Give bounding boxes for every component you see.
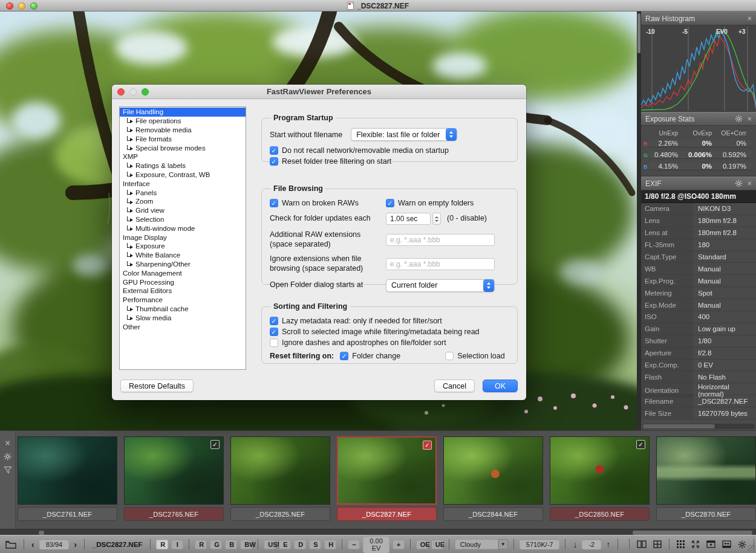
tree-item-panels[interactable]: Panels [120, 188, 246, 197]
wb-preset-select[interactable]: Cloudy▼ [455, 539, 508, 549]
two-panel-layout-button[interactable] [635, 540, 648, 548]
usm-button[interactable]: USM [264, 540, 276, 549]
thumbnail-dsc2827-nef[interactable]: ✓_DSC2827.NEF [337, 436, 437, 521]
tree-item-xmp[interactable]: XMP [120, 152, 246, 161]
checkbox-ignore-dashes[interactable]: Ignore dashes and apostrophes on file/fo… [270, 338, 509, 347]
scrollbar-thumb[interactable] [637, 13, 640, 53]
dialog-zoom-button[interactable] [142, 88, 149, 95]
dialog-titlebar[interactable]: FastRawViewer Preferences [112, 85, 526, 99]
exposure-button[interactable]: E [279, 540, 291, 549]
scrollbar-thumb[interactable] [633, 531, 752, 535]
green-channel-button[interactable]: G [210, 540, 222, 549]
settings-button[interactable] [736, 540, 748, 549]
checkbox-folder-change[interactable]: ✓ Folder change [340, 352, 400, 360]
checkbox-no-recall-media[interactable]: ✓ Do not recall network/removable media … [270, 146, 509, 155]
info-toggle-button[interactable]: I [171, 540, 183, 549]
checkbox-lazy-metadata[interactable]: ✓ Lazy metadata read: only if needed for… [270, 317, 509, 325]
tree-item-thumbnail-cache[interactable]: Thumbnail cache [120, 305, 246, 314]
ignore-extensions-input[interactable] [386, 258, 495, 270]
filmstrip-close-icon[interactable] [5, 439, 10, 447]
ok-button[interactable]: OK [483, 380, 518, 392]
tree-item-file-handling[interactable]: File Handling [120, 108, 246, 117]
four-panel-layout-button[interactable] [651, 540, 663, 548]
filmstrip-horizontal-scrollbar[interactable] [0, 529, 756, 535]
checkbox-scroll-to-selected[interactable]: ✓ Scroll to selected image while filteri… [270, 328, 509, 336]
highlights-button[interactable]: H [324, 540, 336, 549]
thumbnail-dsc2765-nef[interactable]: ✓_DSC2765.NEF [124, 436, 224, 521]
close-histogram-icon[interactable] [747, 15, 752, 22]
exif-header[interactable]: EXIF [641, 176, 756, 190]
tree-item-sharpening-other[interactable]: Sharpening/Other [120, 260, 246, 269]
ev-decrease-button[interactable]: − [348, 540, 360, 549]
tree-item-multi-window-mode[interactable]: Multi-window mode [120, 224, 246, 233]
tree-item-other[interactable]: Other [120, 322, 246, 331]
tree-item-performance[interactable]: Performance [120, 296, 246, 305]
tree-item-color-management[interactable]: Color Management [120, 268, 246, 277]
checkbox-reset-folder-tree[interactable]: ✓ Reset folder tree filtering on start [270, 157, 509, 166]
tree-item-exposure-contrast-wb[interactable]: Exposure, Contrast, WB [120, 170, 246, 179]
details-button[interactable]: D [294, 540, 306, 549]
exposure-stats-gear-icon[interactable] [735, 115, 743, 123]
close-exif-icon[interactable] [747, 179, 752, 187]
thumbnail-dsc2870-nef[interactable]: _DSC2870.NEF [656, 436, 756, 521]
check-badge-icon[interactable]: ✓ [423, 441, 432, 450]
main-vertical-scrollbar[interactable] [637, 11, 641, 430]
tree-item-slow-media[interactable]: Slow media [120, 313, 246, 322]
exposure-stats-header[interactable]: Exposure Stats [641, 112, 756, 126]
exif-gear-icon[interactable] [735, 179, 743, 187]
tree-item-selection[interactable]: Selection [120, 215, 246, 224]
red-channel-button[interactable]: R [195, 540, 207, 549]
tree-item-white-balance[interactable]: White Balance [120, 251, 246, 260]
overexposure-button[interactable]: OE [416, 540, 428, 549]
stepper-icon[interactable] [432, 213, 441, 225]
prev-image-button[interactable]: ‹ [30, 540, 36, 549]
check-badge-icon[interactable]: ✓ [636, 440, 645, 449]
dialog-close-button[interactable] [117, 88, 125, 95]
tree-item-file-formats[interactable]: File formats [120, 134, 246, 143]
raw-histogram-header[interactable]: Raw Histogram [641, 11, 756, 25]
thumbnail-dsc2825-nef[interactable]: _DSC2825.NEF [230, 436, 330, 521]
start-without-filename-select[interactable]: Flexible: last file or folder [351, 128, 457, 141]
filmstrip-filter-icon[interactable] [2, 466, 14, 474]
tree-item-removable-media[interactable]: Removable media [120, 126, 246, 135]
scrollbar-thumb[interactable] [643, 424, 715, 428]
thumbnail-dsc2844-nef[interactable]: _DSC2844.NEF [443, 436, 543, 521]
check-badge-icon[interactable]: ✓ [210, 440, 220, 449]
resize-grip-icon[interactable] [748, 545, 755, 552]
underexposure-button[interactable]: UE [431, 540, 443, 549]
dropdown-arrow-icon[interactable]: ▼ [498, 539, 508, 549]
top-panel-toggle-button[interactable] [705, 540, 717, 548]
wb-shift-down-button[interactable]: ↓ [571, 540, 579, 549]
tree-item-ratings-labels[interactable]: Ratings & labels [120, 161, 246, 170]
tree-item-special-browse-modes[interactable]: Special browse modes [120, 143, 246, 152]
raw-toggle-button[interactable]: R [156, 540, 168, 549]
tree-item-image-display[interactable]: Image Display [120, 233, 246, 242]
cancel-button[interactable]: Cancel [434, 380, 475, 392]
thumbnail-dsc2850-nef[interactable]: ✓_DSC2850.NEF [550, 436, 650, 521]
bw-channel-button[interactable]: BW [240, 540, 252, 549]
ev-increase-button[interactable]: + [393, 540, 405, 549]
restore-defaults-button[interactable]: Restore Defaults [120, 380, 194, 392]
open-folder-button[interactable] [4, 540, 18, 549]
tree-item-gpu-processing[interactable]: GPU Processing [120, 277, 246, 286]
filmstrip-settings-gear-icon[interactable] [2, 453, 13, 461]
bottom-panel-toggle-button[interactable] [720, 540, 733, 548]
tree-item-interface[interactable]: Interface [120, 179, 246, 188]
tree-item-file-operations[interactable]: File operations [120, 117, 246, 126]
folder-updates-input[interactable] [386, 213, 431, 225]
scrollbar-thumb[interactable] [39, 531, 44, 535]
shadows-button[interactable]: S [309, 540, 321, 549]
thumbnail-dsc2761-nef[interactable]: _DSC2761.NEF [18, 436, 117, 521]
tree-item-external-editors[interactable]: External Editors [120, 286, 246, 296]
close-exposure-stats-icon[interactable] [747, 115, 752, 123]
tree-item-exposure[interactable]: Exposure [120, 242, 246, 251]
grid-view-button[interactable] [675, 540, 686, 548]
fullscreen-button[interactable] [689, 540, 702, 548]
checkbox-warn-empty-folders[interactable]: ✓ Warn on empty folders [386, 199, 509, 207]
tree-item-grid-view[interactable]: Grid view [120, 206, 246, 215]
open-folder-dialog-select[interactable]: Current folder [386, 279, 495, 292]
exif-horizontal-scrollbar[interactable] [642, 424, 755, 429]
wb-shift-up-button[interactable]: ↑ [604, 540, 612, 549]
tree-item-zoom[interactable]: Zoom [120, 197, 246, 206]
checkbox-warn-broken-raws[interactable]: ✓ Warn on broken RAWs [270, 199, 386, 207]
